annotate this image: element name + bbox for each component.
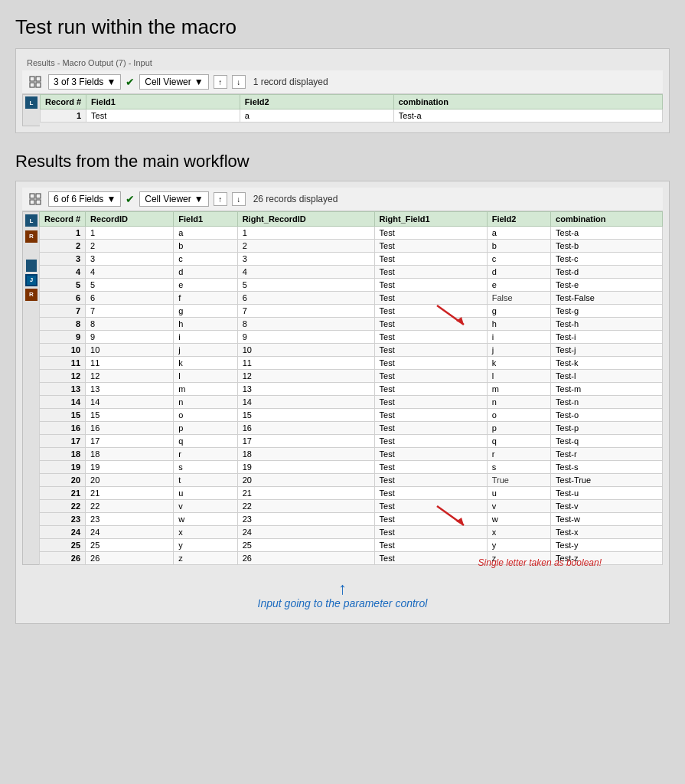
main-cell-field1: m (174, 383, 237, 396)
main-cell-combination: Test-c (551, 253, 663, 266)
main-cell-field1: e (174, 279, 237, 292)
main-cell-recordid: 7 (86, 305, 174, 318)
main-cell-right-field1: Test (374, 500, 487, 513)
red-annotation: Single letter taken as boolean! (478, 557, 602, 568)
svg-rect-3 (36, 83, 41, 87)
main-cell-recordid: 21 (86, 487, 174, 500)
main-cell-right-field1: Test (374, 279, 487, 292)
main-cell-combination: Test-a (551, 227, 663, 240)
main-table-row: 17 17 q 17 Test q Test-q (40, 435, 663, 448)
main-cell-recordid: 4 (86, 266, 174, 279)
viewer-dropdown-main[interactable]: Cell Viewer ▼ (139, 191, 208, 207)
main-cell-field2: j (487, 344, 550, 357)
viewer-dropdown-macro[interactable]: Cell Viewer ▼ (139, 74, 208, 90)
main-table-row: 20 20 t 20 Test True Test-True (40, 474, 663, 487)
main-toolbar: 6 of 6 Fields ▼ ✔ Cell Viewer ▼ ↑ ↓ 26 r… (22, 188, 663, 211)
main-cell-field1: p (174, 422, 237, 435)
main-table-row: 11 11 k 11 Test k Test-k (40, 357, 663, 370)
main-cell-record: 3 (40, 253, 86, 266)
main-cell-field1: d (174, 266, 237, 279)
main-cell-record: 8 (40, 318, 86, 331)
main-table-row: 3 3 c 3 Test c Test-c (40, 253, 663, 266)
main-table-row: 6 6 f 6 Test False Test-False (40, 292, 663, 305)
macro-row1-icon (23, 110, 40, 126)
main-cell-recordid: 11 (86, 357, 174, 370)
main-cell-right-recordid: 5 (237, 279, 374, 292)
main-cell-right-recordid: 25 (237, 539, 374, 552)
main-cell-recordid: 18 (86, 448, 174, 461)
sort-down-button-main[interactable]: ↓ (232, 192, 246, 206)
main-cell-right-recordid: 22 (237, 500, 374, 513)
main-cell-right-field1: Test (374, 396, 487, 409)
macro-table: Record # Field1 Field2 combination 1 Tes… (40, 94, 663, 122)
main-cell-field2: l (487, 370, 550, 383)
main-cell-right-field1: Test (374, 357, 487, 370)
main-cell-right-field1: Test (374, 370, 487, 383)
main-cell-right-field1: Test (374, 344, 487, 357)
main-cell-right-field1: Test (374, 552, 487, 565)
svg-rect-1 (36, 77, 41, 81)
main-cell-field2: h (487, 318, 550, 331)
macro-cell-combination: Test-a (393, 109, 662, 122)
macro-cell-record: 1 (41, 109, 86, 122)
main-cell-field2: i (487, 331, 550, 344)
main-cell-combination: Test-n (551, 396, 663, 409)
grid-icon[interactable] (27, 74, 44, 90)
fields-dropdown-macro[interactable]: 3 of 3 Fields ▼ (48, 74, 121, 90)
main-cell-right-field1: Test (374, 227, 487, 240)
main-col-field1: Field1 (174, 212, 237, 227)
sort-up-button-macro[interactable]: ↑ (214, 75, 227, 89)
main-cell-right-field1: Test (374, 240, 487, 253)
main-cell-recordid: 10 (86, 344, 174, 357)
sort-up-button-main[interactable]: ↑ (214, 192, 227, 206)
main-cell-field1: u (174, 487, 237, 500)
main-col-combination: combination (551, 212, 663, 227)
main-grid-icon[interactable] (27, 191, 44, 207)
sort-down-button-macro[interactable]: ↓ (232, 75, 246, 89)
main-cell-field1: s (174, 461, 237, 474)
main-cell-right-field1: Test (374, 435, 487, 448)
svg-rect-2 (30, 83, 34, 87)
page-title: Test run within the macro (15, 15, 670, 39)
svg-rect-0 (30, 77, 34, 81)
main-cell-field1: r (174, 448, 237, 461)
viewer-arrow-icon: ▼ (194, 77, 204, 87)
main-cell-recordid: 17 (86, 435, 174, 448)
record-count-macro: 1 record displayed (253, 77, 328, 87)
blue-up-arrow-icon: ↑ (338, 580, 347, 597)
main-cell-field1: h (174, 318, 237, 331)
main-cell-field1: j (174, 344, 237, 357)
main-cell-field1: a (174, 227, 237, 240)
macro-panel: Results - Macro Output (7) - Input 3 of … (15, 48, 670, 133)
main-cell-record: 5 (40, 279, 86, 292)
main-cell-field1: y (174, 539, 237, 552)
main-viewer-arrow-icon: ▼ (194, 194, 204, 204)
main-cell-field2: e (487, 279, 550, 292)
main-table-row: 4 4 d 4 Test d Test-d (40, 266, 663, 279)
macro-col-combination: combination (393, 95, 662, 109)
main-cell-combination: Test-h (551, 318, 663, 331)
main-cell-record: 11 (40, 357, 86, 370)
blue-annotation-text: Input going to the parameter control (258, 597, 428, 609)
fields-dropdown-main[interactable]: 6 of 6 Fields ▼ (48, 191, 121, 207)
main-cell-recordid: 20 (86, 474, 174, 487)
main-cell-right-field1: Test (374, 318, 487, 331)
main-cell-right-field1: Test (374, 383, 487, 396)
main-table-row: 19 19 s 19 Test s Test-s (40, 461, 663, 474)
row-icon-2 (23, 243, 40, 258)
main-cell-combination: Test-p (551, 422, 663, 435)
main-cell-combination: Test-s (551, 461, 663, 474)
main-cell-record: 18 (40, 448, 86, 461)
main-col-record: Record # (40, 212, 86, 227)
main-cell-record: 1 (40, 227, 86, 240)
main-cell-combination: Test-g (551, 305, 663, 318)
annotation-area: Single letter taken as boolean! ↑ Input … (22, 565, 663, 617)
main-cell-combination: Test-u (551, 487, 663, 500)
main-cell-record: 22 (40, 500, 86, 513)
main-cell-field2: m (487, 383, 550, 396)
main-cell-recordid: 3 (86, 253, 174, 266)
main-table-row: 14 14 n 14 Test n Test-n (40, 396, 663, 409)
main-cell-field2: w (487, 513, 550, 526)
main-cell-field1: x (174, 526, 237, 539)
main-table-row: 24 24 x 24 Test x Test-x (40, 526, 663, 539)
